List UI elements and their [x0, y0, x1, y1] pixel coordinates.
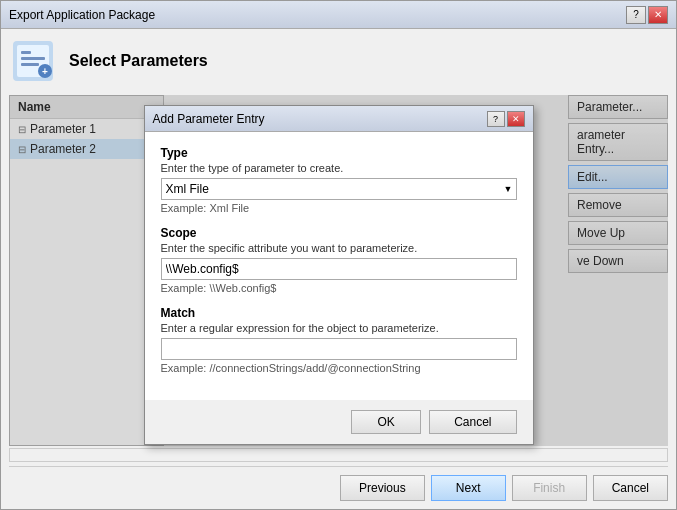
type-field-group: Type Enter the type of parameter to crea… — [161, 146, 517, 214]
type-label: Type — [161, 146, 517, 160]
add-parameter-dialog: Add Parameter Entry ? ✕ Type Enter the t… — [144, 105, 534, 445]
svg-rect-4 — [21, 63, 39, 66]
previous-button[interactable]: Previous — [340, 475, 425, 501]
outer-close-button[interactable]: ✕ — [648, 6, 668, 24]
cancel-button[interactable]: Cancel — [593, 475, 668, 501]
dialog-footer: OK Cancel — [145, 400, 533, 444]
dialog-cancel-button[interactable]: Cancel — [429, 410, 516, 434]
outer-help-button[interactable]: ? — [626, 6, 646, 24]
outer-window: Export Application Package ? ✕ + Select … — [0, 0, 677, 510]
match-label: Match — [161, 306, 517, 320]
outer-window-title: Export Application Package — [9, 8, 155, 22]
type-select[interactable]: Xml File Text File Registry Key — [161, 178, 517, 200]
scope-field-group: Scope Enter the specific attribute you w… — [161, 226, 517, 294]
main-panel: Name ⊟ Parameter 1 ⊟ Parameter 2 Paramet… — [9, 95, 668, 446]
outer-content: + Select Parameters Name ⊟ Parameter 1 ⊟… — [1, 29, 676, 509]
dialog-close-button[interactable]: ✕ — [507, 111, 525, 127]
scope-example: Example: \\Web.config$ — [161, 282, 517, 294]
type-select-wrapper: Xml File Text File Registry Key — [161, 178, 517, 200]
svg-text:+: + — [42, 66, 48, 77]
type-example: Example: Xml File — [161, 202, 517, 214]
next-button[interactable]: Next — [431, 475, 506, 501]
dialog-titlebar: Add Parameter Entry ? ✕ — [145, 106, 533, 132]
svg-rect-2 — [21, 51, 31, 54]
scope-input[interactable] — [161, 258, 517, 280]
scope-description: Enter the specific attribute you want to… — [161, 242, 517, 254]
dialog-ok-button[interactable]: OK — [351, 410, 421, 434]
scope-label: Scope — [161, 226, 517, 240]
finish-button[interactable]: Finish — [512, 475, 587, 501]
wizard-icon: + — [9, 37, 57, 85]
outer-window-controls: ? ✕ — [626, 6, 668, 24]
match-input[interactable] — [161, 338, 517, 360]
type-description: Enter the type of parameter to create. — [161, 162, 517, 174]
svg-rect-3 — [21, 57, 45, 60]
dialog-title: Add Parameter Entry — [153, 112, 265, 126]
match-description: Enter a regular expression for the objec… — [161, 322, 517, 334]
header-section: + Select Parameters — [9, 37, 668, 85]
dialog-help-button[interactable]: ? — [487, 111, 505, 127]
match-field-group: Match Enter a regular expression for the… — [161, 306, 517, 374]
dialog-content: Type Enter the type of parameter to crea… — [145, 132, 533, 400]
page-title: Select Parameters — [69, 52, 208, 70]
scroll-strip[interactable] — [9, 448, 668, 462]
dialog-controls: ? ✕ — [487, 111, 525, 127]
modal-overlay: Add Parameter Entry ? ✕ Type Enter the t… — [9, 95, 668, 446]
match-example: Example: //connectionStrings/add/@connec… — [161, 362, 517, 374]
wizard-footer: Previous Next Finish Cancel — [9, 466, 668, 501]
outer-titlebar: Export Application Package ? ✕ — [1, 1, 676, 29]
